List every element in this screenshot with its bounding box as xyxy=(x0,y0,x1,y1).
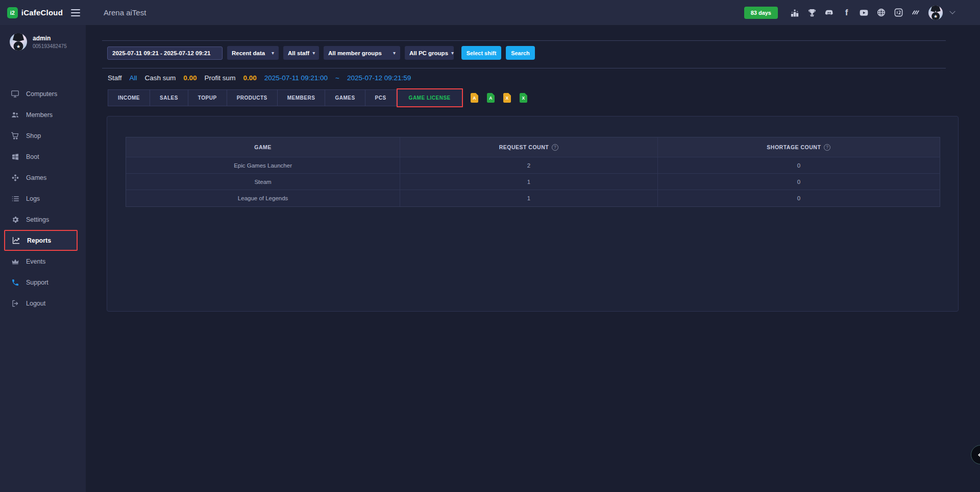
cell-request-count: 1 xyxy=(400,174,658,190)
date-range-input[interactable] xyxy=(107,46,223,60)
globe-icon[interactable] xyxy=(876,8,886,17)
trophy-icon[interactable] xyxy=(807,8,817,17)
members-icon xyxy=(11,110,19,119)
app-logo-text: iCafeCloud xyxy=(21,8,63,17)
tab-game-license[interactable]: GAME LICENSE xyxy=(397,88,463,107)
chart-icon xyxy=(12,236,20,245)
chevron-down-icon: ▾ xyxy=(272,50,274,56)
user-avatar[interactable]: ★ xyxy=(928,6,943,20)
tab-pcs[interactable]: PCS xyxy=(365,90,397,106)
staff-label: Staff xyxy=(108,74,122,82)
monitor-icon xyxy=(11,89,19,98)
pc-group-select[interactable]: All PC groups ▾ xyxy=(405,46,454,60)
range-tilde: ~ xyxy=(335,74,339,82)
tab-topup[interactable]: TOPUP xyxy=(188,90,227,106)
sidebar-item-support[interactable]: Support xyxy=(0,272,86,293)
cell-shortage-count: 0 xyxy=(658,190,940,206)
tab-income[interactable]: INCOME xyxy=(108,90,150,106)
table-row: Steam 1 0 xyxy=(126,174,940,190)
gear-icon xyxy=(11,215,19,224)
tab-sales[interactable]: SALES xyxy=(150,90,188,106)
staff-select[interactable]: All staff ▾ xyxy=(283,46,319,60)
facebook-icon[interactable]: f xyxy=(842,8,851,17)
column-header-game: GAME xyxy=(126,137,400,157)
export-excel-green-icon[interactable]: X xyxy=(520,93,527,103)
sidebar-item-events[interactable]: Events xyxy=(0,251,86,272)
cell-game: League of Legends xyxy=(126,190,400,206)
staff-value: All xyxy=(130,74,137,82)
user-id: 005193482475 xyxy=(33,43,67,49)
profit-sum-label: Profit sum xyxy=(205,74,236,82)
cell-shortage-count: 0 xyxy=(658,157,940,174)
chevron-down-icon[interactable] xyxy=(949,8,955,14)
chevron-down-icon: ▾ xyxy=(393,50,396,56)
table-row: League of Legends 1 0 xyxy=(126,190,940,206)
user-name: admin xyxy=(33,35,67,42)
summary-row: Staff All Cash sum 0.00 Profit sum 0.00 … xyxy=(108,74,411,82)
sidebar-menu: Computers Members Shop Boot Games Logs S… xyxy=(0,83,86,314)
table-header-row: GAME REQUEST COUNT ? SHORTAGE COUNT ? xyxy=(126,137,940,157)
column-header-request-count: REQUEST COUNT ? xyxy=(400,137,658,157)
sidebar-item-settings[interactable]: Settings xyxy=(0,209,86,230)
search-button[interactable]: Search xyxy=(506,46,535,60)
report-tabs-row: INCOME SALES TOPUP PRODUCTS MEMBERS GAME… xyxy=(108,89,527,106)
main-content: Recent data ▾ All staff ▾ All member gro… xyxy=(86,25,980,492)
cell-game: Steam xyxy=(126,174,400,190)
data-mode-select[interactable]: Recent data ▾ xyxy=(227,46,279,60)
sidebar-user-avatar: ★ xyxy=(10,33,27,51)
sidebar-item-reports[interactable]: Reports xyxy=(4,230,78,251)
ranking-icon[interactable] xyxy=(790,8,799,17)
help-icon[interactable]: ? xyxy=(824,144,830,151)
export-pdf-green-icon[interactable]: A xyxy=(487,93,495,103)
chevron-down-icon: ▾ xyxy=(312,50,315,56)
medal-star-icon: ★ xyxy=(932,12,940,20)
sidebar-item-shop[interactable]: Shop xyxy=(0,125,86,146)
sidebar-user-card: ★ admin 005193482475 xyxy=(0,25,86,51)
sidebar-item-logout[interactable]: Logout xyxy=(0,293,86,314)
divider xyxy=(102,68,946,68)
gamepad-icon xyxy=(11,173,19,182)
tab-games[interactable]: GAMES xyxy=(325,90,365,106)
filter-bar: Recent data ▾ All staff ▾ All member gro… xyxy=(107,46,535,60)
tab-members[interactable]: MEMBERS xyxy=(278,90,326,106)
sidebar-item-computers[interactable]: Computers xyxy=(0,83,86,104)
table-row: Epic Games Launcher 2 0 xyxy=(126,157,940,174)
export-buttons: A A X X xyxy=(471,93,527,103)
report-panel: GAME REQUEST COUNT ? SHORTAGE COUNT ? Ep… xyxy=(107,116,959,312)
icafecloud-logo-icon: i2 xyxy=(7,7,18,18)
export-excel-yellow-icon[interactable]: X xyxy=(503,93,511,103)
range-start: 2025-07-11 09:21:00 xyxy=(264,74,328,82)
help-icon[interactable]: ? xyxy=(552,144,558,151)
cell-request-count: 2 xyxy=(400,157,658,174)
cash-sum-label: Cash sum xyxy=(145,74,176,82)
wave-brand-icon[interactable] xyxy=(911,8,921,17)
hamburger-menu-icon[interactable] xyxy=(71,9,80,16)
sidebar-item-logs[interactable]: Logs xyxy=(0,188,86,209)
sidebar-item-members[interactable]: Members xyxy=(0,104,86,125)
cell-request-count: 1 xyxy=(400,190,658,206)
sidebar-item-games[interactable]: Games xyxy=(0,167,86,188)
cash-sum-value: 0.00 xyxy=(183,74,197,82)
select-shift-button[interactable]: Select shift xyxy=(461,46,501,60)
range-end: 2025-07-12 09:21:59 xyxy=(347,74,411,82)
tab-products[interactable]: PRODUCTS xyxy=(227,90,278,106)
logout-icon xyxy=(11,299,19,308)
sidebar-item-boot[interactable]: Boot xyxy=(0,146,86,167)
topbar-right-cluster: 83 days f ★ xyxy=(744,6,980,20)
license-days-badge[interactable]: 83 days xyxy=(744,7,778,19)
chevron-down-icon: ▾ xyxy=(451,50,454,56)
list-icon xyxy=(11,194,19,203)
chevron-left-icon xyxy=(978,452,980,458)
divider xyxy=(102,40,946,41)
icafecloud-icon[interactable] xyxy=(894,8,903,17)
member-group-select[interactable]: All member groups ▾ xyxy=(324,46,400,60)
phone-icon xyxy=(11,278,19,287)
column-header-shortage-count: SHORTAGE COUNT ? xyxy=(658,137,940,157)
cell-game: Epic Games Launcher xyxy=(126,157,400,174)
windows-icon xyxy=(11,152,19,161)
game-license-table: GAME REQUEST COUNT ? SHORTAGE COUNT ? Ep… xyxy=(126,137,940,207)
top-bar: i2 iCafeCloud Arena aiTest 83 days f xyxy=(0,0,980,25)
discord-icon[interactable] xyxy=(824,8,834,17)
export-pdf-yellow-icon[interactable]: A xyxy=(471,93,478,103)
youtube-icon[interactable] xyxy=(859,8,869,17)
